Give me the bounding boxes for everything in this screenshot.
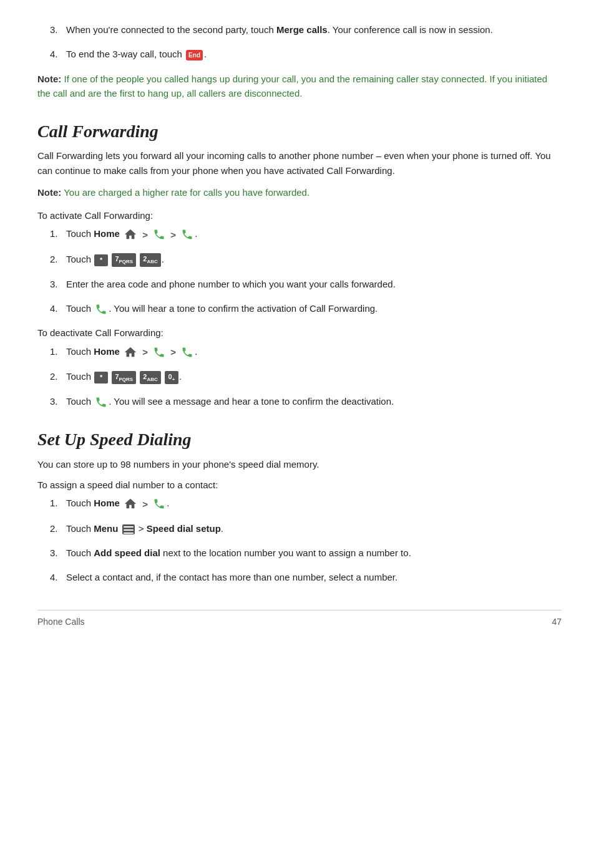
phone-icon-send-2 bbox=[95, 396, 107, 408]
key-2: 2ABC bbox=[140, 253, 160, 267]
gt-sd: > bbox=[142, 499, 148, 509]
step-number: 4. bbox=[50, 47, 66, 61]
footer-page-number: 47 bbox=[552, 615, 562, 629]
step-text-part2: . Your conference call is now in session… bbox=[328, 24, 493, 35]
step-number: 1. bbox=[50, 344, 66, 359]
deactivate-step-2: 2. Touch * 7PQRS 2ABC 0+. bbox=[37, 369, 562, 384]
assign-intro: To assign a speed dial number to a conta… bbox=[37, 478, 562, 492]
deactivate-step-1: 1. Touch Home > > . bbox=[37, 344, 562, 360]
step-number: 2. bbox=[50, 369, 66, 383]
step-text: Touch . You will see a message and hear … bbox=[66, 394, 562, 408]
speed-dial-steps-list: 1. Touch Home > . 2. Touch Menu > Speed … bbox=[37, 496, 562, 584]
step-text: Touch * 7PQRS 2ABC 0+. bbox=[66, 369, 562, 384]
activate-step-3: 3. Enter the area code and phone number … bbox=[37, 277, 562, 291]
note-1: Note: If one of the people you called ha… bbox=[37, 72, 562, 101]
step-text-part2: . bbox=[204, 49, 207, 59]
deactivate-intro: To deactivate Call Forwarding: bbox=[37, 326, 562, 340]
step-number: 2. bbox=[50, 252, 66, 266]
svg-rect-1 bbox=[124, 529, 134, 531]
phone-icon-4 bbox=[181, 346, 193, 359]
phone-icon-sd bbox=[153, 498, 165, 510]
home-icon-2 bbox=[124, 345, 137, 359]
merge-calls-label: Merge calls bbox=[276, 24, 328, 35]
step-text: Touch Menu > Speed dial setup. bbox=[66, 521, 562, 536]
gt-4: > bbox=[170, 347, 176, 357]
top-step-4: 4. To end the 3-way call, touch End. bbox=[37, 47, 562, 61]
deactivate-steps-list: 1. Touch Home > > . 2. Touch * 7PQRS 2AB… bbox=[37, 344, 562, 409]
page-footer: Phone Calls 47 bbox=[37, 610, 562, 629]
step-text: Enter the area code and phone number to … bbox=[66, 277, 562, 291]
top-section: 3. When you're connected to the second p… bbox=[37, 22, 562, 100]
step-number: 1. bbox=[50, 226, 66, 241]
activate-step-2: 2. Touch * 7PQRS 2ABC. bbox=[37, 252, 562, 267]
speed-dial-step-4: 4. Select a contact and, if the contact … bbox=[37, 570, 562, 584]
phone-icon-3 bbox=[153, 346, 165, 359]
call-forwarding-section: Call Forwarding Call Forwarding lets you… bbox=[37, 118, 562, 408]
key-0: 0+ bbox=[165, 371, 178, 385]
activate-step-1: 1. Touch Home > > . bbox=[37, 226, 562, 242]
step-text: When you're connected to the second part… bbox=[66, 22, 562, 37]
key-star-2: * bbox=[94, 372, 108, 383]
home-icon-sd bbox=[124, 497, 137, 511]
step-number: 1. bbox=[50, 496, 66, 510]
step-text: Touch Home > . bbox=[66, 496, 562, 511]
note-text: If one of the people you called hangs up… bbox=[37, 74, 547, 99]
step-text-part1: To end the 3-way call, touch bbox=[66, 49, 185, 59]
key-7-2: 7PQRS bbox=[112, 371, 136, 385]
step-text: Select a contact and, if the contact has… bbox=[66, 570, 562, 584]
deactivate-step-3: 3. Touch . You will see a message and he… bbox=[37, 394, 562, 408]
phone-icon-send bbox=[95, 303, 107, 316]
gt-2: > bbox=[170, 229, 176, 240]
key-7: 7PQRS bbox=[112, 253, 136, 267]
step-number: 2. bbox=[50, 521, 66, 536]
step-text: Touch * 7PQRS 2ABC. bbox=[66, 252, 562, 267]
speed-dial-step-2: 2. Touch Menu > Speed dial setup. bbox=[37, 521, 562, 536]
step-number: 3. bbox=[50, 22, 66, 37]
step-number: 4. bbox=[50, 301, 66, 316]
call-forwarding-intro: Call Forwarding lets you forward all you… bbox=[37, 148, 562, 178]
speed-dial-setup-label: Speed dial setup bbox=[147, 523, 221, 534]
step-text: Touch Add speed dial next to the locatio… bbox=[66, 546, 562, 560]
svg-rect-0 bbox=[124, 526, 134, 528]
note-label: Note: bbox=[37, 74, 61, 84]
note-2: Note: You are charged a higher rate for … bbox=[37, 185, 562, 200]
step-number: 3. bbox=[50, 546, 66, 560]
speed-dial-step-3: 3. Touch Add speed dial next to the loca… bbox=[37, 546, 562, 560]
step-text: To end the 3-way call, touch End. bbox=[66, 47, 562, 61]
step-text-part1: When you're connected to the second part… bbox=[66, 24, 276, 35]
call-forwarding-title: Call Forwarding bbox=[37, 118, 562, 145]
key-2-2: 2ABC bbox=[140, 371, 160, 385]
gt-3: > bbox=[142, 347, 148, 357]
step-text: Touch . You will hear a tone to confirm … bbox=[66, 301, 562, 316]
step-number: 3. bbox=[50, 394, 66, 408]
menu-label: Menu bbox=[94, 523, 118, 534]
step-text: Touch Home > > . bbox=[66, 344, 562, 360]
footer-label: Phone Calls bbox=[37, 615, 85, 629]
step-number: 4. bbox=[50, 570, 66, 584]
home-label-sd: Home bbox=[94, 498, 120, 508]
activate-step-4: 4. Touch . You will hear a tone to confi… bbox=[37, 301, 562, 316]
svg-rect-2 bbox=[124, 533, 134, 534]
home-label-2: Home bbox=[94, 346, 120, 357]
phone-icon-2 bbox=[181, 228, 193, 241]
activate-steps-list: 1. Touch Home > > . 2. Touch * 7PQRS 2AB… bbox=[37, 226, 562, 316]
note2-text: You are charged a higher rate for calls … bbox=[61, 187, 309, 198]
speed-dialing-section: Set Up Speed Dialing You can store up to… bbox=[37, 426, 562, 584]
activate-intro: To activate Call Forwarding: bbox=[37, 208, 562, 223]
home-label: Home bbox=[94, 228, 120, 239]
speed-dialing-title: Set Up Speed Dialing bbox=[37, 426, 562, 453]
speed-dial-step-1: 1. Touch Home > . bbox=[37, 496, 562, 511]
gt-1: > bbox=[142, 229, 148, 240]
step-number: 3. bbox=[50, 277, 66, 291]
add-speed-dial-label: Add speed dial bbox=[94, 547, 160, 558]
key-star: * bbox=[94, 254, 108, 266]
note2-label: Note: bbox=[37, 187, 61, 198]
speed-dialing-intro: You can store up to 98 numbers in your p… bbox=[37, 457, 562, 471]
top-step-3: 3. When you're connected to the second p… bbox=[37, 22, 562, 37]
phone-icon-1 bbox=[153, 228, 165, 241]
end-button-icon: End bbox=[186, 50, 203, 61]
step-text: Touch Home > > . bbox=[66, 226, 562, 242]
menu-icon bbox=[122, 524, 135, 534]
home-icon bbox=[124, 228, 137, 241]
